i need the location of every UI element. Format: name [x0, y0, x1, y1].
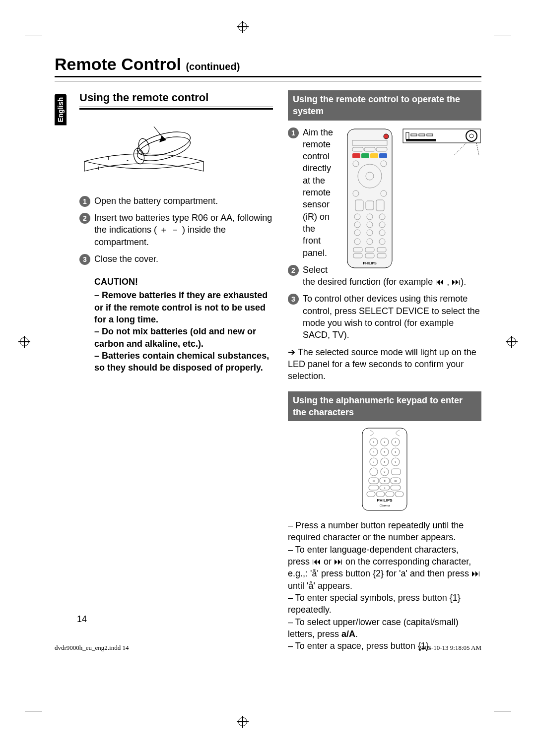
left-step-1: 1 Open the battery compartment. — [79, 195, 273, 207]
svg-text:8: 8 — [384, 460, 386, 463]
page-number: 14 — [77, 614, 87, 625]
right-step-2: 2 Select the desired function (for examp… — [288, 264, 481, 288]
step-text: Aim the remote control directly at the r… — [303, 127, 333, 258]
crop-mark — [494, 711, 511, 711]
svg-text:-: - — [136, 147, 138, 154]
svg-text:1: 1 — [373, 441, 375, 443]
svg-text:7: 7 — [373, 460, 375, 463]
svg-point-2 — [132, 147, 146, 165]
caution-item: – Remove batteries if they are exhausted… — [94, 289, 273, 325]
left-step-2: 2 Insert two batteries type R06 or AA, f… — [79, 212, 273, 248]
svg-text:⏸: ⏸ — [384, 479, 386, 482]
svg-text:Cinema: Cinema — [380, 504, 390, 507]
step-text: Select the desired function (for example… — [303, 265, 466, 287]
step-badge-icon: 1 — [79, 196, 90, 207]
svg-text:⏭: ⏭ — [395, 479, 397, 482]
banner-alphanumeric-keypad: Using the alphanumeric keypad to enter t… — [288, 391, 481, 422]
svg-text:0: 0 — [384, 470, 386, 473]
title-sub: (continued) — [186, 61, 240, 72]
crop-mark — [25, 711, 42, 711]
svg-text:●: ● — [384, 486, 385, 489]
arrow-note: ➔ The selected source mode will light up… — [288, 346, 481, 382]
svg-text:9: 9 — [395, 460, 397, 463]
step-text: Open the battery compartment. — [94, 196, 218, 206]
keypad-bullet: – Press a number button repeatedly until… — [288, 519, 481, 544]
step-badge-icon: 2 — [288, 265, 299, 276]
footer-right: 2005-10-13 9:18:05 AM — [418, 644, 481, 652]
keypad-brand: PHILIPS — [377, 498, 393, 503]
caution-item: – Do not mix batteries (old and new or c… — [94, 325, 273, 350]
footer: dvdr9000h_eu_eng2.indd 14 2005-10-13 9:1… — [55, 644, 481, 652]
caution-item: – Batteries contain chemical substances,… — [94, 350, 273, 374]
svg-text:+: + — [97, 165, 100, 172]
step-badge-icon: 1 — [288, 127, 299, 138]
svg-text:6: 6 — [395, 450, 397, 453]
right-step-1: 1 Aim the remote control directly at the… — [288, 126, 481, 259]
svg-text:5: 5 — [384, 450, 386, 453]
svg-text:2: 2 — [384, 441, 386, 443]
banner-operate-system: Using the remote control to operate the … — [288, 90, 481, 121]
keypad-bullet: – To enter special symbols, press button… — [288, 592, 481, 616]
title-main: Remote Control — [55, 55, 181, 73]
svg-text:-: - — [127, 157, 129, 164]
registration-mark-icon — [238, 717, 247, 726]
keypad-figure: 123 456 789 0 ⏮⏸⏭ ● PHILIPS Cinema — [360, 427, 409, 511]
left-column: Using the remote control + - — [79, 90, 273, 652]
step-badge-icon: 3 — [288, 294, 299, 305]
keypad-bullet: – To select upper/lower case (capital/sm… — [288, 616, 481, 640]
svg-point-0 — [135, 132, 193, 165]
step-badge-icon: 2 — [79, 213, 90, 224]
footer-left: dvdr9000h_eu_eng2.indd 14 — [55, 644, 129, 652]
language-tab: English — [55, 94, 67, 126]
caution-title: CAUTION! — [94, 276, 273, 288]
right-step-3: 3 To control other devices using this re… — [288, 293, 481, 341]
step-badge-icon: 3 — [79, 254, 90, 265]
step-text: To control other devices using this remo… — [303, 294, 480, 340]
title-underline — [55, 80, 481, 81]
svg-text:+: + — [107, 155, 110, 162]
svg-text:4: 4 — [373, 450, 375, 453]
svg-text:3: 3 — [395, 441, 397, 443]
page-title: Remote Control (continued) — [55, 55, 481, 77]
keypad-bullet: – To enter language-dependent characters… — [288, 544, 481, 592]
battery-compartment-figure: + - + - — [79, 117, 208, 186]
left-step-3: 3 Close the cover. — [79, 253, 273, 265]
svg-point-1 — [135, 127, 193, 160]
section-underline — [79, 108, 273, 110]
right-column: Using the remote control to operate the … — [288, 90, 481, 652]
section-heading-left: Using the remote control — [79, 90, 273, 107]
step-text: Insert two batteries type R06 or AA, fol… — [94, 213, 272, 247]
step-text: Close the cover. — [94, 254, 158, 264]
caution-block: CAUTION! – Remove batteries if they are … — [79, 276, 273, 374]
svg-text:⏮: ⏮ — [373, 479, 375, 482]
